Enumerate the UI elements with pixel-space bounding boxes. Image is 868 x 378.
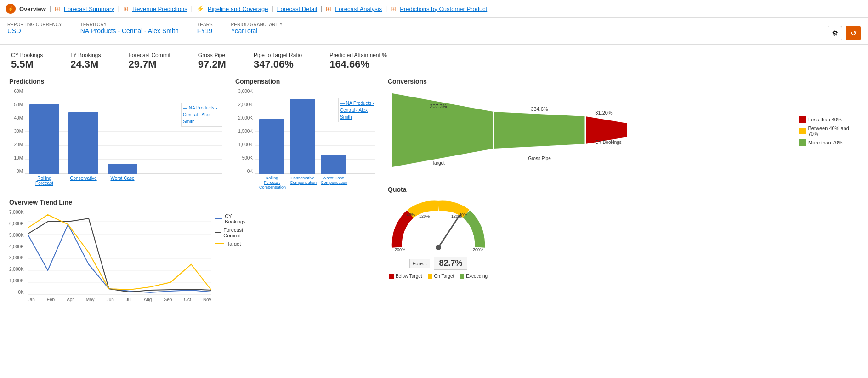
conversions-legend: Less than 40% Between 40% and 70% More t…	[799, 116, 859, 146]
territory-filter: Territory NA Products - Central - Alex S…	[80, 22, 179, 34]
years-label: Years	[197, 22, 213, 27]
svg-text:207.3%: 207.3%	[430, 103, 447, 109]
territory-value[interactable]: NA Products - Central - Alex Smith	[80, 27, 179, 34]
nav-item-predictions-customer[interactable]: Predictions by Customer Product	[400, 6, 487, 12]
territory-label: Territory	[80, 22, 179, 27]
compensation-chart: Compensation 3,000K 2,500K 2,000K 1,500K…	[232, 74, 379, 193]
comp-bar-rolling[interactable]	[259, 119, 284, 174]
comp-series-legend: — NA Products - Central - Alex Smith	[338, 98, 377, 122]
top-nav: ⚡ Overview | ⊞ Forecast Summary | ⊞ Reve…	[0, 0, 868, 18]
legend-more70: More than 70%	[799, 139, 859, 146]
svg-point-21	[436, 245, 441, 250]
nav-item-pipeline[interactable]: Pipeline and Coverage	[208, 6, 268, 12]
x-label-conservative: Conservative	[68, 176, 98, 186]
nav-sep-1: |	[50, 6, 51, 12]
comp-y-axis: 3,000K 2,500K 2,000K 1,500K 1,000K 500K …	[235, 89, 253, 174]
nav-item-forecast-detail[interactable]: Forecast Detail	[277, 6, 317, 12]
predictions-chart: Predictions 60M 50M 40M 30M 20M 10M 0M	[6, 74, 226, 189]
kpi-pipe-target-value: 347.06%	[254, 58, 302, 70]
svg-text:120%: 120%	[451, 214, 462, 218]
nav-item-revenue[interactable]: Revenue Predictions	[132, 6, 187, 12]
nav-item-forecast-summary[interactable]: Forecast Summary	[64, 6, 114, 12]
svg-marker-9	[494, 112, 585, 149]
predictions-y-axis: 60M 50M 40M 30M 20M 10M 0M	[9, 89, 23, 174]
settings-button[interactable]: ⚙	[828, 26, 842, 40]
years-filter: Years FY19	[197, 22, 213, 34]
kpi-forecast-commit-label: Forecast Commit	[128, 52, 170, 58]
svg-text:334.6%: 334.6%	[531, 106, 548, 112]
kpi-gross-pipe: Gross Pipe 97.2M	[198, 52, 226, 70]
kpi-cy-bookings-value: 5.5M	[11, 58, 43, 70]
currency-filter: Reporting Currency USD	[7, 22, 62, 34]
svg-text:Gross Pipe: Gross Pipe	[528, 156, 551, 161]
bar-worst-case[interactable]	[108, 164, 137, 174]
gauge-value: 82.7%	[434, 257, 467, 270]
nav-sep-3: |	[191, 6, 193, 12]
currency-value[interactable]: USD	[7, 27, 62, 34]
kpi-gross-pipe-label: Gross Pipe	[198, 52, 226, 58]
nav-item-overview[interactable]: Overview	[19, 6, 46, 12]
kpi-ly-bookings: LY Bookings 24.3M	[70, 52, 101, 70]
compensation-title: Compensation	[235, 78, 375, 85]
trend-y-axis: 7,000K 6,000K 5,000K 4,000K 3,000K 2,000…	[9, 210, 24, 295]
predictions-series-legend: — NA Products - Central - Alex Smith	[181, 103, 222, 127]
nav-sep-6: |	[386, 6, 387, 12]
kpi-pipe-target: Pipe to Target Ratio 347.06%	[254, 52, 302, 70]
quota-title: Quota	[388, 186, 859, 193]
kpi-forecast-commit: Forecast Commit 29.7M	[128, 52, 170, 70]
svg-text:31.20%: 31.20%	[595, 110, 613, 115]
kpi-predicted-attainment: Predicted Attainment % 164.66%	[329, 52, 387, 70]
nav-icon-forecast-summary: ⊞	[55, 5, 60, 12]
middle-column: Compensation 3,000K 2,500K 2,000K 1,500K…	[232, 74, 379, 306]
target-line	[28, 215, 211, 290]
kpi-ly-bookings-label: LY Bookings	[70, 52, 101, 58]
svg-point-19	[407, 216, 470, 261]
period-label: Period Granularity	[231, 22, 283, 27]
gauge-legend: Below Target On Target Exceeding	[389, 274, 488, 279]
kpi-ly-bookings-value: 24.3M	[70, 58, 101, 70]
nav-icon-pipeline: ⚡	[196, 5, 204, 12]
gauge-svg: -200% -40% 40% 200% 120% 120%	[388, 197, 489, 261]
bar-rolling[interactable]	[29, 104, 59, 174]
kpi-predicted-attainment-label: Predicted Attainment %	[329, 52, 387, 58]
charts-area: Predictions 60M 50M 40M 30M 20M 10M 0M	[0, 74, 868, 313]
left-column: Predictions 60M 50M 40M 30M 20M 10M 0M	[6, 74, 226, 306]
years-value[interactable]: FY19	[197, 27, 213, 34]
kpi-cy-bookings-label: CY Bookings	[11, 52, 43, 58]
right-column: Conversions 207.3%	[384, 74, 862, 306]
nav-sep-2: |	[118, 6, 119, 12]
comp-bar-worst[interactable]	[321, 155, 346, 174]
currency-label: Reporting Currency	[7, 22, 62, 27]
predictions-title: Predictions	[9, 78, 222, 85]
funnel-svg: 207.3% 334.6% 31.20% Target Gross Pipe C…	[388, 89, 627, 172]
kpi-forecast-commit-value: 29.7M	[128, 58, 170, 70]
legend-less40: Less than 40%	[799, 116, 859, 123]
conversions-title: Conversions	[388, 78, 859, 85]
nav-icon-predictions: ⊞	[391, 5, 396, 12]
nav-logo: ⚡	[6, 4, 16, 14]
nav-sep-4: |	[272, 6, 273, 12]
legend-between: Between 40% and 70%	[799, 126, 859, 137]
filters-bar: Reporting Currency USD Territory NA Prod…	[0, 18, 868, 45]
period-value[interactable]: YearTotal	[231, 27, 283, 34]
svg-text:-40%: -40%	[405, 212, 415, 217]
svg-text:Target: Target	[432, 160, 445, 166]
kpi-predicted-attainment-value: 164.66%	[329, 58, 387, 70]
nav-icon-revenue: ⊞	[123, 5, 129, 12]
nav-sep-5: |	[321, 6, 322, 12]
refresh-button[interactable]: ↺	[846, 26, 861, 40]
filter-actions: ⚙ ↺	[828, 26, 861, 40]
quota-chart: Quota	[384, 182, 862, 282]
trend-svg	[28, 210, 211, 295]
nav-item-forecast-analysis[interactable]: Forecast Analysis	[335, 6, 382, 12]
x-label-rolling: Rolling Forecast	[29, 176, 59, 186]
gauge-label: Fore...	[409, 259, 431, 268]
svg-text:120%: 120%	[419, 214, 430, 218]
comp-bar-conservative[interactable]	[290, 99, 315, 174]
svg-text:-200%: -200%	[393, 247, 405, 252]
period-filter: Period Granularity YearTotal	[231, 22, 283, 34]
kpi-gross-pipe-value: 97.2M	[198, 58, 226, 70]
trend-title: Overview Trend Line	[9, 199, 222, 206]
bar-conservative[interactable]	[68, 112, 98, 174]
conversions-chart: Conversions 207.3%	[384, 74, 862, 177]
